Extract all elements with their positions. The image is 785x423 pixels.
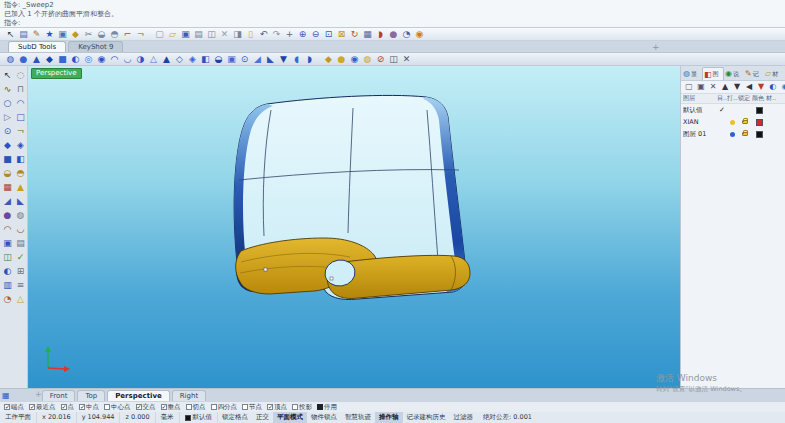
collapse-icon[interactable]: ◀ xyxy=(744,81,754,93)
osnap-toggle[interactable]: 中点 xyxy=(79,403,99,412)
layer-lock-toggle[interactable] xyxy=(738,132,752,136)
panel-tab-materials[interactable]: ▱ 材 xyxy=(764,67,784,80)
extrude-icon[interactable]: ◧ xyxy=(14,152,27,166)
subd-tool-icon[interactable]: ◣ xyxy=(264,53,277,65)
export-icon[interactable]: ◫ xyxy=(205,28,218,40)
subd-tool-icon[interactable]: ◉ xyxy=(348,53,361,65)
blend-icon[interactable]: ◠ xyxy=(1,222,14,236)
open-file-icon[interactable]: ▱ xyxy=(166,28,179,40)
help-round-icon[interactable]: ◉ xyxy=(413,28,426,40)
layer-row[interactable]: 默认值 ✓ xyxy=(681,104,785,116)
match-icon[interactable]: ◡ xyxy=(14,222,27,236)
arc-icon[interactable]: ◠ xyxy=(14,96,27,110)
shade-icon[interactable]: ◐ xyxy=(1,264,14,278)
osnap-toggle[interactable]: 最近点 xyxy=(29,403,56,412)
subd-tool-icon[interactable]: ◢ xyxy=(251,53,264,65)
viewport-perspective[interactable]: Perspective xyxy=(28,66,680,388)
command-prompt[interactable]: 指令: xyxy=(4,19,785,28)
zoom-window-icon[interactable]: ⊡ xyxy=(322,28,335,40)
new-file-icon[interactable]: ▢ xyxy=(153,28,166,40)
new-layer-icon[interactable]: ▢ xyxy=(684,81,694,93)
chamfer-icon[interactable]: ◣ xyxy=(14,194,27,208)
status-toggle[interactable]: 记录建构历史 xyxy=(403,412,450,423)
pan-crosshair-icon[interactable]: + xyxy=(652,42,660,52)
cplane-button[interactable]: 工作平面 xyxy=(0,412,37,423)
basket-icon[interactable]: ◒ xyxy=(95,28,108,40)
pan-icon[interactable]: + xyxy=(283,28,296,40)
cloud-icon[interactable]: ◍ xyxy=(14,208,27,222)
status-toggle[interactable]: 正交 xyxy=(252,412,273,423)
osnap-toggle[interactable]: 交点 xyxy=(136,403,156,412)
fillet-icon[interactable]: ◢ xyxy=(1,194,14,208)
polyline-icon[interactable]: ⊓ xyxy=(14,82,27,96)
subd-tool-icon[interactable]: ▣ xyxy=(225,53,238,65)
layer-color-swatch[interactable] xyxy=(752,119,766,126)
status-toggle[interactable]: 平面模式 xyxy=(273,412,307,423)
undo-icon[interactable]: ↶ xyxy=(257,28,270,40)
layer-visibility-toggle[interactable] xyxy=(727,132,738,137)
select-icon[interactable]: ↖ xyxy=(1,68,14,82)
layer-lock-toggle[interactable] xyxy=(738,120,752,124)
curve-icon[interactable]: ∿ xyxy=(1,82,14,96)
subd-tool-icon[interactable]: △ xyxy=(147,53,160,65)
subd-tool-icon[interactable]: ◐ xyxy=(69,53,82,65)
dot-icon[interactable]: ● xyxy=(387,28,400,40)
panel-tab-help[interactable]: ◉ 说 xyxy=(724,67,744,80)
subd-tool-icon[interactable]: ◠ xyxy=(108,53,121,65)
osnap-toggle[interactable]: 顶点 xyxy=(267,403,287,412)
subd-tool-icon[interactable]: ◍ xyxy=(4,53,17,65)
status-toggle[interactable]: 操作轴 xyxy=(375,412,403,423)
subd-tool-icon[interactable]: ■ xyxy=(56,53,69,65)
panel-tab-display[interactable]: ◍ 显 xyxy=(682,67,702,80)
ellipse-icon[interactable]: ⊙ xyxy=(1,124,14,138)
delete-layer-icon[interactable]: ✕ xyxy=(708,81,718,93)
layer-tool-icon[interactable]: ▥ xyxy=(1,278,14,292)
move-up-icon[interactable]: ▲ xyxy=(720,81,730,93)
move-down-icon[interactable]: ▼ xyxy=(732,81,742,93)
status-toggle[interactable]: 智慧轨迹 xyxy=(341,412,375,423)
panel-tab-notes[interactable]: ✎ 记 xyxy=(744,67,764,80)
match-layer-icon[interactable]: ◐ xyxy=(768,81,778,93)
spark-icon[interactable]: ▲ xyxy=(14,180,27,194)
array-icon[interactable]: ⊞ xyxy=(14,264,27,278)
pyramid-icon[interactable]: △ xyxy=(14,292,27,306)
subd-tool-icon[interactable]: ⊘ xyxy=(374,53,387,65)
subd-tool-icon[interactable]: ◇ xyxy=(173,53,186,65)
save-icon[interactable]: ▣ xyxy=(179,28,192,40)
layer-color-swatch[interactable] xyxy=(752,107,766,114)
basket2-icon[interactable]: ◓ xyxy=(108,28,121,40)
osnap-toggle[interactable]: 投影 xyxy=(292,403,312,412)
subd-tool-icon[interactable]: ◎ xyxy=(82,53,95,65)
zoom-out-icon[interactable]: ⊖ xyxy=(309,28,322,40)
subd-tool-icon[interactable]: ◍ xyxy=(361,53,374,65)
osnap-toggle[interactable]: 四分点 xyxy=(211,403,238,412)
notebook-icon[interactable]: ▤ xyxy=(17,28,30,40)
zoom-extents-icon[interactable]: ⊠ xyxy=(335,28,348,40)
new-sublayer-icon[interactable]: ▣ xyxy=(696,81,706,93)
subd-tool-icon[interactable]: ◑ xyxy=(134,53,147,65)
viewport-tab[interactable]: Front xyxy=(42,390,76,401)
osnap-toggle[interactable]: 切点 xyxy=(186,403,206,412)
toolbag-icon[interactable]: ◆ xyxy=(69,28,82,40)
panel-help-icon[interactable]: ◉ xyxy=(780,81,785,93)
select-cursor-icon[interactable]: ↖ xyxy=(4,28,17,40)
solid-icon[interactable]: ■ xyxy=(1,152,14,166)
osnap-toggle[interactable]: 中心点 xyxy=(104,403,131,412)
trim-icon[interactable]: ▣ xyxy=(1,236,14,250)
status-toggle[interactable]: 过滤器 xyxy=(450,412,478,423)
circle-icon[interactable]: ○ xyxy=(1,96,14,110)
subd-tool-icon[interactable]: ▲ xyxy=(160,53,173,65)
dim-icon[interactable]: ◔ xyxy=(1,292,14,306)
sphere-icon[interactable]: ◈ xyxy=(14,138,27,152)
panel-tab-layers[interactable]: ◧ 图 xyxy=(702,67,724,80)
history-clock-icon[interactable]: ◔ xyxy=(400,28,413,40)
osnap-toggle[interactable]: 停用 xyxy=(317,403,337,412)
subd-tool-icon[interactable]: ✕ xyxy=(400,53,413,65)
star-tool-icon[interactable]: ★ xyxy=(43,28,56,40)
layer-visibility-toggle[interactable] xyxy=(727,108,738,113)
subd-tool-icon[interactable]: ▼ xyxy=(277,53,290,65)
curve-hook-icon[interactable]: ⌐ xyxy=(121,28,134,40)
viewport-tab[interactable]: Top xyxy=(77,390,105,401)
list-icon[interactable]: ≡ xyxy=(14,278,27,292)
mesh-icon[interactable]: ▦ xyxy=(1,180,14,194)
